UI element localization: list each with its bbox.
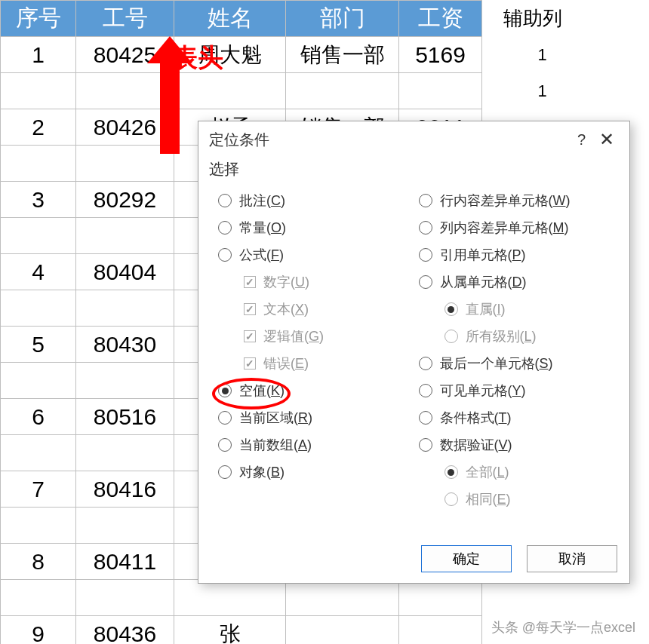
col-name[interactable]: 姓名 xyxy=(174,1,286,37)
radio-icon xyxy=(218,194,232,207)
option-文本(X): 文本(X) xyxy=(214,296,414,323)
option-label: 行内容差异单元格(W) xyxy=(440,192,571,210)
col-dept[interactable]: 部门 xyxy=(286,1,399,37)
table-row[interactable]: 1 xyxy=(1,73,603,109)
option-label: 当前数组(A) xyxy=(239,436,312,454)
col-wage[interactable]: 工资 xyxy=(399,1,482,37)
option-label: 条件格式(T) xyxy=(440,409,512,427)
option-常量(O)[interactable]: 常量(O) xyxy=(214,214,414,241)
option-label: 直属(I) xyxy=(466,300,506,318)
option-全部(L): 全部(L) xyxy=(414,458,615,486)
option-label: 最后一个单元格(S) xyxy=(440,354,553,373)
option-数字(U): 数字(U) xyxy=(214,268,414,296)
option-label: 当前区域(R) xyxy=(239,409,312,427)
option-当前数组(A)[interactable]: 当前数组(A) xyxy=(214,431,414,458)
option-label: 可见单元格(Y) xyxy=(440,382,526,400)
option-label: 常量(O) xyxy=(239,219,286,237)
option-label: 数据验证(V) xyxy=(440,436,512,454)
option-错误(E): 错误(E) xyxy=(214,350,414,377)
option-对象(B)[interactable]: 对象(B) xyxy=(214,458,414,486)
dialog-titlebar[interactable]: 定位条件 ? ✕ xyxy=(198,121,629,155)
option-label: 数字(U) xyxy=(263,273,309,291)
section-label: 选择 xyxy=(198,155,629,187)
option-逻辑值(G): 逻辑值(G) xyxy=(214,323,414,350)
option-条件格式(T)[interactable]: 条件格式(T) xyxy=(414,404,615,431)
checkbox-icon xyxy=(244,357,256,370)
help-icon[interactable]: ? xyxy=(570,131,593,149)
radio-icon xyxy=(419,194,432,207)
col-seq[interactable]: 序号 xyxy=(1,1,76,37)
cancel-button[interactable]: 取消 xyxy=(527,545,617,572)
radio-icon xyxy=(444,492,458,506)
annotation-label: 表头 xyxy=(172,41,223,75)
radio-icon xyxy=(218,411,232,425)
goto-special-dialog: 定位条件 ? ✕ 选择 批注(C)常量(O)公式(F)数字(U)文本(X)逻辑值… xyxy=(198,121,630,584)
header-row: 序号 工号 姓名 部门 工资 辅助列 xyxy=(1,1,603,37)
radio-icon xyxy=(419,438,432,452)
checkbox-icon xyxy=(244,303,256,315)
radio-icon xyxy=(218,438,232,452)
radio-icon xyxy=(218,221,232,235)
radio-icon xyxy=(444,302,458,316)
radio-icon xyxy=(419,221,432,235)
dialog-title: 定位条件 xyxy=(209,130,570,150)
col-id[interactable]: 工号 xyxy=(76,1,174,37)
radio-icon xyxy=(444,465,458,479)
option-从属单元格(D)[interactable]: 从属单元格(D) xyxy=(414,268,615,296)
ok-button[interactable]: 确定 xyxy=(421,545,512,572)
option-可见单元格(Y)[interactable]: 可见单元格(Y) xyxy=(414,377,615,404)
table-row[interactable]: 180425周大魁销售一部51691 xyxy=(1,37,603,73)
option-label: 所有级别(L) xyxy=(466,327,537,345)
option-最后一个单元格(S)[interactable]: 最后一个单元格(S) xyxy=(414,350,615,377)
options-right: 行内容差异单元格(W)列内容差异单元格(M)引用单元格(P)从属单元格(D)直属… xyxy=(414,187,615,513)
radio-icon xyxy=(419,357,432,370)
option-label: 从属单元格(D) xyxy=(440,273,527,291)
table-row[interactable] xyxy=(1,580,603,616)
option-label: 文本(X) xyxy=(263,300,309,318)
option-label: 对象(B) xyxy=(239,463,285,481)
watermark: 头条 @每天学一点excel xyxy=(491,618,635,636)
checkbox-icon xyxy=(244,276,256,288)
option-label: 逻辑值(G) xyxy=(263,327,324,345)
option-label: 相同(E) xyxy=(466,490,511,508)
options-left: 批注(C)常量(O)公式(F)数字(U)文本(X)逻辑值(G)错误(E)空值(K… xyxy=(214,187,414,513)
option-label: 全部(L) xyxy=(466,463,509,481)
option-label: 批注(C) xyxy=(239,192,285,210)
option-label: 公式(F) xyxy=(239,246,284,264)
option-相同(E): 相同(E) xyxy=(414,486,615,513)
option-label: 引用单元格(P) xyxy=(440,246,526,264)
option-列内容差异单元格(M)[interactable]: 列内容差异单元格(M) xyxy=(414,214,615,241)
option-label: 列内容差异单元格(M) xyxy=(440,219,569,237)
checkbox-icon xyxy=(244,330,256,342)
radio-icon xyxy=(218,465,232,479)
option-引用单元格(P)[interactable]: 引用单元格(P) xyxy=(414,241,615,268)
radio-icon xyxy=(419,248,432,262)
option-行内容差异单元格(W)[interactable]: 行内容差异单元格(W) xyxy=(414,187,615,214)
option-直属(I): 直属(I) xyxy=(414,296,615,323)
radio-icon xyxy=(419,275,432,289)
radio-icon xyxy=(419,411,432,425)
radio-icon xyxy=(444,330,458,343)
close-icon[interactable]: ✕ xyxy=(593,129,620,150)
aux-header[interactable]: 辅助列 xyxy=(482,1,603,37)
option-公式(F)[interactable]: 公式(F) xyxy=(214,241,414,268)
annotation-circle xyxy=(212,378,291,409)
option-所有级别(L): 所有级别(L) xyxy=(414,323,615,350)
radio-icon xyxy=(419,384,432,397)
radio-icon xyxy=(218,248,232,262)
option-label: 错误(E) xyxy=(263,354,309,373)
option-批注(C)[interactable]: 批注(C) xyxy=(214,187,414,214)
option-数据验证(V)[interactable]: 数据验证(V) xyxy=(414,431,615,458)
